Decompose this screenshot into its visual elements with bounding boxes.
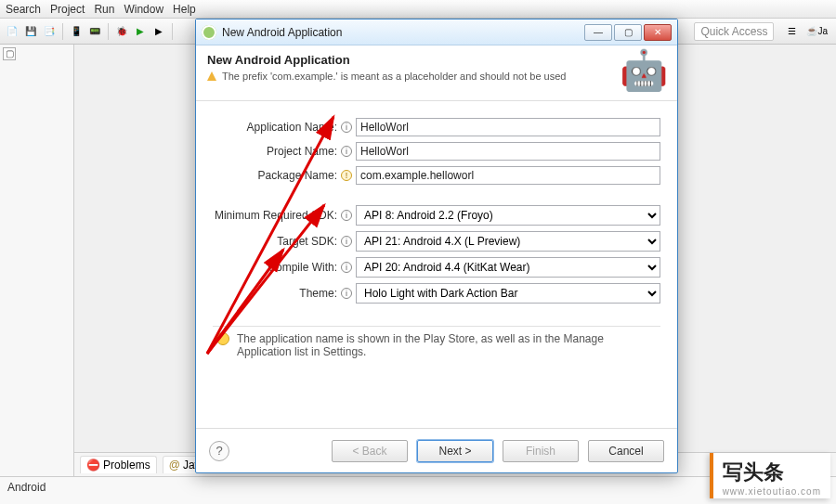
watermark-url: www.xietoutiao.com (723, 486, 821, 497)
main-menubar: Search Project Run Window Help (0, 0, 836, 19)
tab-problems[interactable]: ⛔Problems (80, 456, 157, 473)
package-name-label: Package Name: (213, 169, 341, 182)
new-wizard-button[interactable]: 📄 (4, 23, 20, 40)
menu-project[interactable]: Project (50, 0, 85, 18)
menu-help[interactable]: Help (173, 0, 196, 18)
dialog-titlebar[interactable]: New Android Application — ▢ ✕ (196, 19, 677, 45)
site-watermark: 写头条 www.xietoutiao.com (710, 453, 830, 498)
android-mascot-icon: 🤖 (620, 51, 668, 90)
info-icon[interactable]: i (341, 210, 352, 221)
toolbar-separator (172, 23, 173, 40)
run-last-button[interactable]: ▶ (150, 23, 167, 40)
menu-run[interactable]: Run (94, 0, 114, 18)
quick-access-input[interactable]: Quick Access (694, 22, 774, 41)
info-icon[interactable]: i (341, 262, 352, 273)
hint-panel: The application name is shown in the Pla… (213, 326, 660, 364)
dialog-button-bar: ? < Back Next > Finish Cancel (196, 428, 677, 472)
dialog-heading: New Android Application (207, 53, 666, 67)
theme-select[interactable]: Holo Light with Dark Action Bar (356, 283, 660, 304)
toolbar-separator (108, 23, 109, 40)
error-icon: ⛔ (86, 459, 100, 472)
debug-button[interactable]: 🐞 (113, 23, 130, 40)
next-button[interactable]: Next > (417, 440, 493, 462)
minimize-button[interactable]: — (584, 24, 612, 41)
app-name-label: Application Name: (213, 121, 341, 134)
left-side-pane: ▢ (0, 45, 74, 504)
watermark-title: 写头条 (723, 459, 821, 486)
info-icon[interactable]: ! (341, 170, 352, 181)
compile-with-label: Compile With: (213, 261, 341, 274)
run-button[interactable]: ▶ (132, 23, 149, 40)
open-perspective-button[interactable]: ☰ (783, 23, 800, 40)
help-button[interactable]: ? (209, 441, 229, 461)
status-text: Android (7, 481, 46, 494)
dialog-app-icon (202, 25, 216, 40)
finish-button[interactable]: Finish (503, 440, 579, 462)
cancel-button[interactable]: Cancel (588, 440, 664, 462)
info-icon[interactable]: i (341, 122, 352, 133)
info-icon[interactable]: i (341, 288, 352, 299)
theme-label: Theme: (213, 287, 341, 300)
hint-text: The application name is shown in the Pla… (237, 332, 657, 358)
info-icon[interactable]: i (341, 146, 352, 157)
app-name-input[interactable] (356, 118, 660, 136)
min-sdk-label: Minimum Required SDK: (213, 209, 341, 222)
menu-window[interactable]: Window (124, 0, 163, 18)
save-all-button[interactable]: 📑 (41, 23, 58, 40)
compile-with-select[interactable]: API 20: Android 4.4 (KitKat Wear) (356, 257, 660, 278)
dialog-title: New Android Application (222, 26, 342, 39)
close-button[interactable]: ✕ (644, 24, 672, 41)
dialog-form: Application Name: i Project Name: i Pack… (196, 101, 677, 313)
package-name-input[interactable] (356, 166, 660, 185)
avd-manager-button[interactable]: 📟 (86, 23, 103, 40)
dialog-subtext: The prefix 'com.example.' is meant as a … (222, 71, 566, 82)
target-sdk-select[interactable]: API 21: Android 4.X (L Preview) (356, 231, 660, 252)
save-button[interactable]: 💾 (22, 23, 39, 40)
android-sdk-button[interactable]: 📱 (68, 23, 85, 40)
java-perspective-button[interactable]: ☕ Ja (802, 23, 832, 40)
perspective-switcher: ☰ ☕ Ja (783, 23, 832, 40)
at-icon: @ (169, 459, 180, 472)
target-sdk-label: Target SDK: (213, 235, 341, 248)
new-android-app-dialog: New Android Application — ▢ ✕ New Androi… (195, 19, 678, 473)
menu-search[interactable]: Search (6, 0, 41, 18)
collapse-icon[interactable]: ▢ (3, 47, 16, 60)
warning-icon (207, 71, 216, 81)
toolbar-separator (62, 23, 63, 40)
back-button[interactable]: < Back (332, 440, 408, 462)
maximize-button[interactable]: ▢ (614, 24, 642, 41)
dialog-header-panel: New Android Application The prefix 'com.… (196, 45, 677, 101)
lightbulb-icon (216, 332, 229, 345)
project-name-label: Project Name: (213, 145, 341, 158)
project-name-input[interactable] (356, 142, 660, 161)
info-icon[interactable]: i (341, 236, 352, 247)
min-sdk-select[interactable]: API 8: Android 2.2 (Froyo) (356, 205, 660, 226)
